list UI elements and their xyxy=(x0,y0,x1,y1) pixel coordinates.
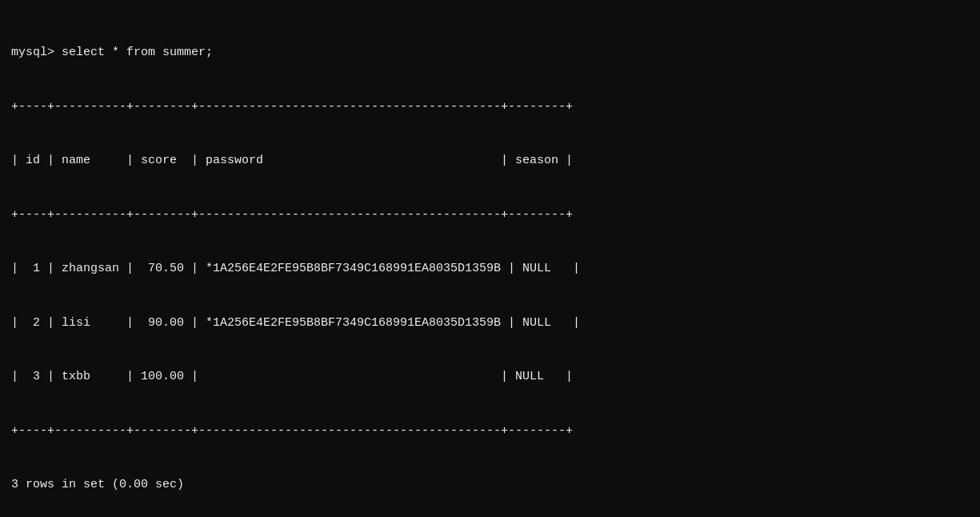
line-1: mysql> select * from summer; xyxy=(11,44,969,62)
line-4: +----+----------+--------+--------------… xyxy=(11,206,969,225)
line-6: | 2 | lisi | 90.00 | *1A256E4E2FE95B8BF7… xyxy=(11,315,969,333)
line-2: +----+----------+--------+--------------… xyxy=(11,98,969,117)
line-5: | 1 | zhangsan | 70.50 | *1A256E4E2FE95B… xyxy=(11,260,969,279)
line-3: | id | name | score | password | season … xyxy=(11,152,969,170)
line-7: | 3 | txbb | 100.00 | | NULL | xyxy=(11,368,969,387)
line-8: +----+----------+--------+--------------… xyxy=(11,423,969,441)
line-9: 3 rows in set (0.00 sec) xyxy=(11,476,969,495)
terminal-output: mysql> select * from summer; +----+-----… xyxy=(11,8,969,517)
